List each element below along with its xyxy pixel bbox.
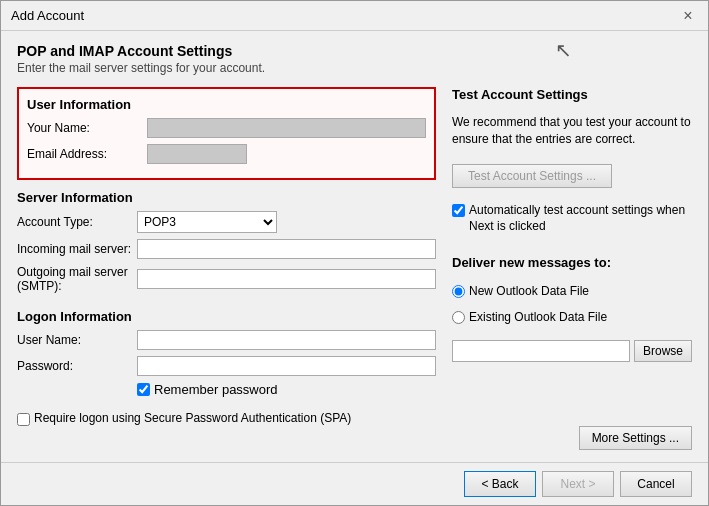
email-address-input[interactable] [147, 144, 247, 164]
password-label: Password: [17, 359, 137, 373]
header-subtitle: Enter the mail server settings for your … [17, 61, 692, 75]
logon-username-label: User Name: [17, 333, 137, 347]
incoming-mail-row: Incoming mail server: [17, 239, 436, 259]
title-bar: Add Account × [1, 1, 708, 31]
account-type-select[interactable]: POP3 IMAP [137, 211, 277, 233]
existing-outlook-radio[interactable] [452, 311, 465, 324]
next-button[interactable]: Next > [542, 471, 614, 497]
your-name-row: Your Name: [27, 118, 426, 138]
main-panels: User Information Your Name: Email Addres… [17, 87, 692, 450]
existing-outlook-radio-row: Existing Outlook Data File [452, 310, 692, 324]
account-type-row: Account Type: POP3 IMAP [17, 211, 436, 233]
cancel-button[interactable]: Cancel [620, 471, 692, 497]
auto-test-row: Automatically test account settings when… [452, 202, 692, 236]
remember-password-row: Remember password [137, 382, 436, 397]
email-address-row: Email Address: [27, 144, 426, 164]
new-outlook-radio-row: New Outlook Data File [452, 284, 692, 298]
password-row: Password: [17, 356, 436, 376]
logon-info-title: Logon Information [17, 309, 436, 324]
existing-file-row: Browse [452, 340, 692, 362]
auto-test-checkbox[interactable] [452, 204, 465, 217]
right-panel: Test Account Settings We recommend that … [452, 87, 692, 450]
outgoing-mail-label: Outgoing mail server (SMTP): [17, 265, 137, 293]
your-name-input[interactable] [147, 118, 426, 138]
logon-username-row: User Name: [17, 330, 436, 350]
existing-file-input[interactable] [452, 340, 630, 362]
dialog-header: POP and IMAP Account Settings Enter the … [17, 43, 692, 75]
incoming-mail-label: Incoming mail server: [17, 242, 137, 256]
new-outlook-radio[interactable] [452, 285, 465, 298]
account-type-label: Account Type: [17, 215, 137, 229]
left-panel: User Information Your Name: Email Addres… [17, 87, 436, 450]
more-settings-row: More Settings ... [452, 416, 692, 450]
require-logon-row: Require logon using Secure Password Auth… [17, 411, 436, 426]
logon-username-input[interactable] [137, 330, 436, 350]
existing-outlook-label: Existing Outlook Data File [469, 310, 607, 324]
new-outlook-label: New Outlook Data File [469, 284, 589, 298]
dialog-title: Add Account [11, 8, 84, 23]
remember-password-label: Remember password [154, 382, 278, 397]
incoming-mail-input[interactable] [137, 239, 436, 259]
outgoing-mail-input[interactable] [137, 269, 436, 289]
test-account-description: We recommend that you test your account … [452, 114, 692, 148]
your-name-label: Your Name: [27, 121, 147, 135]
header-title: POP and IMAP Account Settings [17, 43, 692, 59]
test-account-settings-button[interactable]: Test Account Settings ... [452, 164, 612, 188]
remember-password-checkbox[interactable] [137, 383, 150, 396]
require-logon-label: Require logon using Secure Password Auth… [34, 411, 351, 425]
deliver-messages-title: Deliver new messages to: [452, 255, 692, 270]
back-button[interactable]: < Back [464, 471, 536, 497]
test-account-title: Test Account Settings [452, 87, 692, 102]
logon-information-section: Logon Information User Name: Password: R… [17, 309, 436, 401]
user-information-section: User Information Your Name: Email Addres… [17, 87, 436, 180]
cursor-arrow-icon: ↖ [555, 38, 572, 62]
password-input[interactable] [137, 356, 436, 376]
user-info-title: User Information [27, 97, 426, 112]
dialog-content: POP and IMAP Account Settings Enter the … [1, 31, 708, 462]
email-address-label: Email Address: [27, 147, 147, 161]
require-logon-checkbox[interactable] [17, 413, 30, 426]
add-account-dialog: Add Account × POP and IMAP Account Setti… [0, 0, 709, 506]
outgoing-mail-row: Outgoing mail server (SMTP): [17, 265, 436, 293]
close-button[interactable]: × [678, 6, 698, 26]
auto-test-label: Automatically test account settings when… [469, 202, 692, 236]
more-settings-button[interactable]: More Settings ... [579, 426, 692, 450]
server-information-section: Server Information Account Type: POP3 IM… [17, 190, 436, 299]
server-info-title: Server Information [17, 190, 436, 205]
dialog-footer: < Back Next > Cancel [1, 462, 708, 505]
browse-button[interactable]: Browse [634, 340, 692, 362]
